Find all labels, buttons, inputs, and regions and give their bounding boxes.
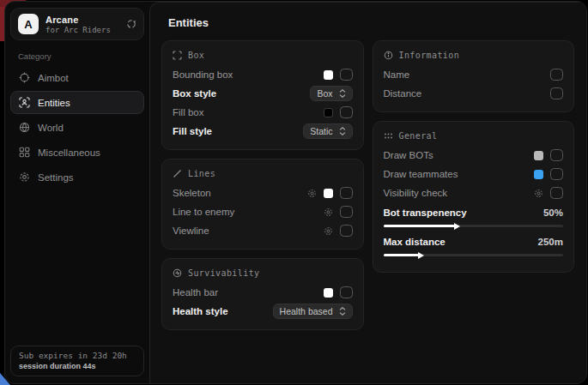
visibility-check-checkbox[interactable] (550, 187, 563, 199)
skeleton-checkbox[interactable] (340, 187, 353, 199)
fill-style-label: Fill style (173, 126, 303, 136)
refresh-icon[interactable] (126, 19, 136, 29)
mouse-cursor (0, 373, 10, 385)
app-name: Arcane (45, 15, 119, 25)
fill-style-select[interactable]: Static (303, 123, 352, 139)
health-style-select[interactable]: Health based (273, 304, 353, 319)
max-distance-slider-fill[interactable] (384, 254, 420, 256)
box-style-label: Box style (173, 88, 310, 99)
health-style-row: Health style Health based (173, 302, 353, 321)
sidebar-item-settings[interactable]: Settings (10, 165, 144, 189)
sidebar-item-label: Aimbot (38, 73, 69, 83)
grid-icon (19, 147, 30, 158)
line-to-enemy-settings-gear-icon[interactable] (324, 208, 333, 217)
fill-style-row: Fill style Static (173, 122, 353, 141)
line-to-enemy-label: Line to enemy (173, 207, 324, 217)
draw-teammates-checkbox[interactable] (550, 168, 563, 180)
sidebar-item-label: World (38, 123, 64, 133)
card-title: Information (399, 51, 460, 60)
chevron-up-down-icon (339, 307, 346, 316)
app-header: A Arcane for Arc Riders (10, 8, 144, 40)
fill-style-value: Static (310, 126, 332, 136)
bounding-box-color-swatch[interactable] (324, 70, 333, 80)
bot-transparency-label: Bot transpenency (384, 208, 543, 218)
information-card: Information Name Distance (373, 40, 575, 112)
max-distance-row: Max distance 250m (384, 234, 564, 256)
bounding-box-label: Bounding box (173, 69, 324, 80)
sidebar-nav: Aimbot Entities World (10, 64, 144, 189)
fill-box-label: Fill box (173, 107, 324, 117)
visibility-check-label: Visibility check (384, 188, 535, 198)
information-icon (384, 51, 393, 60)
avatar: A (18, 14, 39, 34)
distance-label: Distance (384, 88, 551, 99)
category-label: Category (18, 51, 144, 61)
skeleton-color-swatch[interactable] (324, 189, 333, 198)
draw-bots-color-swatch[interactable] (534, 151, 543, 160)
skeleton-row: Skeleton (173, 183, 353, 202)
left-column: Box Bounding box Box style Box (161, 40, 364, 339)
viewline-label: Viewline (173, 226, 324, 236)
bounding-box-row: Bounding box (173, 65, 353, 84)
health-bar-checkbox[interactable] (340, 286, 353, 298)
skeleton-settings-gear-icon[interactable] (307, 189, 317, 198)
line-to-enemy-row: Line to enemy (173, 202, 353, 221)
draw-bots-checkbox[interactable] (550, 149, 563, 161)
distance-checkbox[interactable] (550, 87, 563, 99)
survivability-icon (173, 268, 182, 278)
name-checkbox[interactable] (550, 69, 563, 81)
fill-box-color-swatch[interactable] (324, 108, 333, 117)
line-to-enemy-checkbox[interactable] (340, 206, 353, 218)
bot-transparency-row: Bot transpenency 50% (384, 205, 564, 227)
health-style-value: Health based (280, 306, 333, 316)
bot-transparency-value: 50% (543, 208, 563, 218)
viewline-checkbox[interactable] (340, 225, 353, 237)
max-distance-label: Max distance (384, 237, 538, 247)
bounding-box-checkbox[interactable] (340, 69, 353, 81)
skeleton-label: Skeleton (173, 188, 307, 198)
sub-expires-text: Sub expires in 23d 20h (19, 351, 136, 360)
arcane-window: A Arcane for Arc Riders Category Aimbot (4, 1, 587, 384)
draw-bots-label: Draw BOTs (384, 150, 535, 160)
lines-card: Lines Skeleton (161, 159, 364, 250)
line-icon (173, 169, 182, 178)
draw-teammates-color-swatch[interactable] (534, 170, 543, 179)
box-brackets-icon (173, 51, 182, 60)
crosshair-icon (19, 72, 30, 83)
sidebar: A Arcane for Arc Riders Category Aimbot (5, 2, 149, 383)
health-bar-color-swatch[interactable] (324, 288, 333, 298)
health-style-label: Health style (173, 306, 273, 316)
right-column: Information Name Distance (373, 40, 575, 339)
card-title: Lines (188, 169, 215, 178)
name-label: Name (384, 69, 551, 80)
viewline-row: Viewline (173, 221, 353, 240)
app-header-text: Arcane for Arc Riders (45, 15, 119, 34)
box-style-select[interactable]: Box (310, 86, 352, 101)
fill-box-checkbox[interactable] (340, 106, 353, 118)
card-title: General (399, 131, 438, 141)
main-panel: Entities Box Bounding box (149, 2, 586, 383)
visibility-check-settings-gear-icon[interactable] (534, 189, 543, 198)
globe-icon (19, 122, 30, 133)
box-card: Box Bounding box Box style Box (161, 40, 364, 150)
viewline-settings-gear-icon[interactable] (324, 226, 333, 236)
sidebar-item-miscellaneous[interactable]: Miscellaneous (10, 141, 144, 164)
bot-transparency-slider[interactable] (384, 225, 564, 227)
bot-transparency-slider-fill[interactable] (384, 225, 456, 227)
health-bar-label: Health bar (173, 287, 324, 298)
sidebar-item-world[interactable]: World (10, 116, 144, 139)
gear-icon (19, 171, 30, 183)
sidebar-item-entities[interactable]: Entities (10, 91, 144, 114)
sidebar-item-label: Miscellaneous (38, 147, 100, 158)
app-subtitle: for Arc Riders (45, 26, 119, 34)
survivability-card: Survivability Health bar Health style He… (161, 258, 364, 330)
chevron-up-down-icon (339, 127, 346, 135)
card-title: Survivability (188, 268, 259, 278)
card-title: Box (188, 51, 204, 60)
sidebar-item-aimbot[interactable]: Aimbot (10, 66, 144, 89)
fill-box-row: Fill box (173, 103, 353, 122)
general-icon (384, 131, 393, 141)
entities-icon (19, 97, 30, 108)
name-row: Name (384, 65, 564, 84)
max-distance-slider[interactable] (384, 254, 564, 256)
